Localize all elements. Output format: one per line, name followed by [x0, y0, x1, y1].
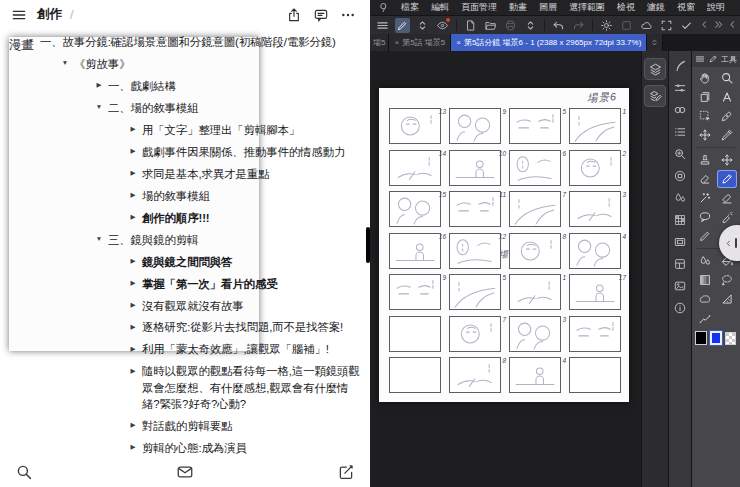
- outline-item[interactable]: ▶一、戲劇結構: [90, 75, 366, 97]
- collapse-triangle-icon[interactable]: ▼: [90, 232, 108, 243]
- collapse-triangle-icon[interactable]: ▼: [22, 34, 40, 45]
- layers-edit-panel-button[interactable]: [644, 85, 666, 107]
- menu-item[interactable]: 圖層: [539, 1, 557, 14]
- document-tab-active[interactable]: × 第5話分鏡 場景6 - 1 (2388 x 2965px 72dpi 33.…: [451, 34, 647, 51]
- tool-eraser2[interactable]: [717, 189, 737, 207]
- eye-icon[interactable]: [435, 18, 450, 33]
- pen-tilt-icon[interactable]: [395, 18, 410, 33]
- outline-item[interactable]: ▶對話戲的剪輯要點: [124, 415, 366, 437]
- storyboard-panel[interactable]: [569, 316, 621, 352]
- tool-lasso[interactable]: [717, 271, 737, 289]
- storyboard-panel[interactable]: 2: [569, 150, 621, 186]
- expand-triangle-icon[interactable]: ▶: [124, 341, 142, 353]
- quill-icon[interactable]: [670, 55, 691, 77]
- storyboard-panel[interactable]: 13: [389, 108, 441, 144]
- share-icon[interactable]: [285, 6, 302, 23]
- palette-menu-icon[interactable]: [695, 54, 705, 64]
- tool-dropper[interactable]: [717, 126, 737, 144]
- outline-item[interactable]: ▼三、鏡與鏡的剪輯: [90, 229, 366, 251]
- expand-triangle-icon[interactable]: ▶: [124, 254, 142, 266]
- storyboard-panel[interactable]: 4: [569, 233, 621, 269]
- outline-item[interactable]: ▼一、故事分鏡:確認場景意圖和分鏡意圖(初稿階段/電影分鏡): [22, 31, 366, 53]
- tool-text[interactable]: [717, 88, 737, 106]
- storyboard-panel[interactable]: 9: [389, 274, 441, 310]
- check-icon[interactable]: [679, 18, 694, 33]
- menu-item[interactable]: 選擇範圍: [569, 1, 605, 14]
- storyboard-page[interactable]: 場景6 場景7 13951141062151173161284951177384: [379, 88, 629, 402]
- tool-move[interactable]: [695, 126, 715, 144]
- storyboard-panel[interactable]: 16: [389, 233, 441, 269]
- folder-icon[interactable]: [483, 18, 498, 33]
- undo-icon[interactable]: [551, 18, 566, 33]
- tool-pen[interactable]: [717, 170, 737, 188]
- expand-triangle-icon[interactable]: ▶: [90, 78, 108, 90]
- updown-icon[interactable]: [523, 18, 538, 33]
- sun-icon[interactable]: [599, 18, 614, 33]
- tool-wand[interactable]: [695, 189, 715, 207]
- tool-hand[interactable]: [695, 69, 715, 87]
- storyboard-panel[interactable]: 8: [509, 233, 561, 269]
- storyboard-panel[interactable]: [389, 357, 441, 393]
- outline-item[interactable]: ▶創作的順序!!!: [124, 207, 366, 229]
- layers-panel-button[interactable]: [644, 58, 666, 80]
- tool-line[interactable]: [695, 309, 715, 327]
- palette-pen-tab-icon[interactable]: [708, 54, 718, 64]
- storyboard-panel[interactable]: 1: [569, 108, 621, 144]
- expand-triangle-icon[interactable]: ▶: [124, 363, 142, 375]
- crop-icon[interactable]: [659, 18, 674, 33]
- menu-item[interactable]: 頁面管理: [461, 1, 497, 14]
- menu-item[interactable]: 編輯: [431, 1, 449, 14]
- tool-blob[interactable]: [695, 290, 715, 308]
- comment-icon[interactable]: [312, 6, 329, 23]
- storyboard-panel[interactable]: 10: [449, 150, 501, 186]
- menu-icon[interactable]: [375, 18, 390, 33]
- tool-airbrush[interactable]: [717, 208, 737, 226]
- canvas-area[interactable]: 場景6 場景7 13951141062151173161284951177384: [370, 51, 641, 487]
- more-icon[interactable]: [339, 6, 356, 23]
- storyboard-panel[interactable]: [389, 316, 441, 352]
- tool-select[interactable]: [695, 107, 715, 125]
- storyboard-panel[interactable]: 6: [509, 150, 561, 186]
- storyboard-panel[interactable]: 14: [389, 150, 441, 186]
- tool-drops[interactable]: [695, 252, 715, 270]
- storyboard-panel[interactable]: 3: [509, 316, 561, 352]
- redo-icon[interactable]: [571, 18, 586, 33]
- split-view-divider-handle[interactable]: [366, 227, 370, 263]
- inbox-icon[interactable]: [176, 463, 194, 481]
- tool-brush[interactable]: [695, 227, 715, 245]
- collapse-triangle-icon[interactable]: ▼: [56, 56, 74, 67]
- outline-item[interactable]: ▶戲劇事件因果關係、推動事件的情感動力: [124, 141, 366, 163]
- chev-left-icon[interactable]: [699, 16, 710, 34]
- main-color-swatch[interactable]: [695, 331, 707, 345]
- breadcrumb-section[interactable]: 創作: [37, 6, 62, 23]
- printer-icon[interactable]: [503, 18, 518, 33]
- tool-bubble[interactable]: [695, 208, 715, 226]
- storyboard-panel[interactable]: 12: [449, 233, 501, 269]
- tool-nib[interactable]: [717, 107, 737, 125]
- outline-item[interactable]: ▶隨時以觀眾的觀點看待每一格,這一顆鏡頭觀眾會怎麼想、有什麼感想,觀眾會有什麼情…: [124, 361, 366, 415]
- document-tab[interactable]: 場5: [370, 34, 389, 51]
- storyboard-panel[interactable]: 9: [449, 108, 501, 144]
- image-icon[interactable]: [670, 275, 691, 297]
- sub-color-swatch[interactable]: [710, 331, 722, 345]
- expand-triangle-icon[interactable]: ▶: [124, 276, 142, 288]
- expand-triangle-icon[interactable]: ▶: [124, 440, 142, 452]
- collapse-triangle-icon[interactable]: ▼: [90, 100, 108, 111]
- compose-icon[interactable]: [337, 463, 355, 481]
- storyboard-panel[interactable]: 15: [389, 191, 441, 227]
- outline-item[interactable]: ▶求同是基本,求異才是重點: [124, 163, 366, 185]
- expand-triangle-icon[interactable]: ▶: [124, 418, 142, 430]
- drops-icon[interactable]: [670, 187, 691, 209]
- storyboard-panel[interactable]: 11: [449, 191, 501, 227]
- tool-ruler[interactable]: [717, 290, 737, 308]
- tool-move[interactable]: [717, 151, 737, 169]
- menu-item[interactable]: 動畫: [509, 1, 527, 14]
- expand-triangle-icon[interactable]: ▶: [124, 298, 142, 310]
- expand-triangle-icon[interactable]: ▶: [124, 166, 142, 178]
- storyboard-panel[interactable]: 4: [509, 357, 561, 393]
- storyboard-panel[interactable]: [569, 357, 621, 393]
- expand-triangle-icon[interactable]: ▶: [124, 188, 142, 200]
- sliders-icon[interactable]: [670, 77, 691, 99]
- updown-icon[interactable]: [415, 18, 430, 33]
- storyboard-panel[interactable]: 5: [509, 108, 561, 144]
